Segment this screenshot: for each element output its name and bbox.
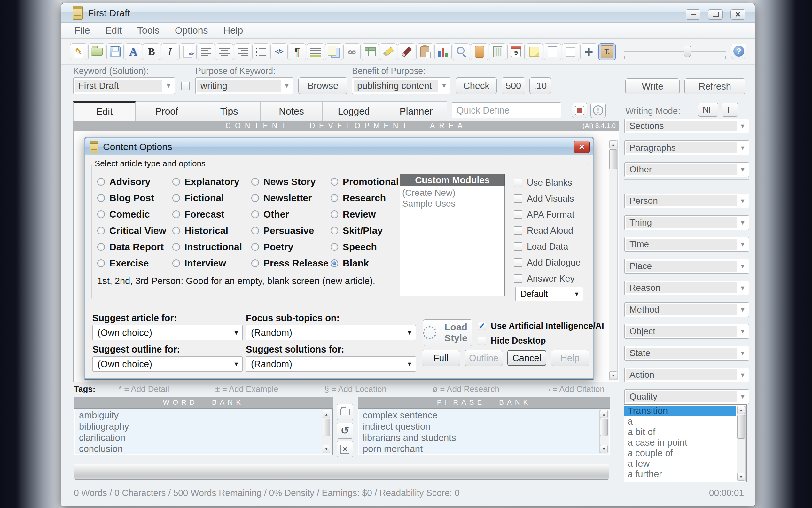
calendar-button[interactable] — [507, 43, 525, 60]
tab-tips[interactable]: Tips — [198, 101, 260, 121]
phrase-bank-list[interactable]: complex sentenceindirect questionlibrari… — [358, 408, 610, 455]
sidebar-combo-action[interactable]: Action — [624, 368, 749, 382]
search-button[interactable] — [453, 43, 470, 60]
keyword-checkbox[interactable] — [181, 82, 190, 90]
phrase-bank-item[interactable]: complex sentence — [359, 410, 610, 421]
mode-nf-button[interactable]: NF — [698, 103, 718, 117]
word-bank-scrollbar[interactable] — [322, 410, 331, 453]
paste-button[interactable] — [416, 43, 433, 60]
bullet-list-button[interactable] — [252, 43, 270, 60]
article-type-radio[interactable]: News Story — [251, 173, 329, 190]
dialog-button[interactable]: Cancel — [507, 350, 546, 366]
check-button[interactable]: Check — [456, 77, 497, 94]
close-button[interactable] — [730, 9, 745, 19]
zoom-slider-thumb[interactable] — [684, 46, 691, 57]
font-button[interactable] — [125, 43, 142, 60]
scroll-up-icon[interactable] — [737, 406, 745, 414]
sidebar-combo-thing[interactable]: Thing — [624, 215, 749, 230]
phrase-bank-item[interactable]: indirect question — [359, 421, 610, 432]
transition-item[interactable]: Transition — [624, 406, 736, 416]
article-type-radio[interactable]: Research — [331, 190, 399, 206]
option-load-data[interactable]: Load Data — [514, 239, 580, 255]
sidebar-combo-time[interactable]: Time — [624, 237, 749, 252]
word-bank-item[interactable]: bibliography — [75, 421, 332, 432]
italic-button[interactable] — [161, 43, 178, 60]
benefit-combobox[interactable]: publishing content — [352, 77, 450, 94]
transition-item[interactable]: a further — [624, 469, 736, 479]
sidebar-combo-state[interactable]: State — [624, 346, 749, 361]
sidebar-combo-quality[interactable]: Quality — [624, 389, 749, 404]
option-answer-key[interactable]: Answer Key — [514, 271, 580, 287]
word-bank-item[interactable]: conclusion — [75, 443, 332, 455]
open-folder-button[interactable] — [88, 43, 105, 60]
suggest-solutions-combobox[interactable]: (Random) — [246, 356, 416, 372]
article-type-radio[interactable]: Critical View — [97, 222, 166, 239]
article-type-radio[interactable]: Blank — [331, 255, 399, 271]
sidebar-combo-place[interactable]: Place — [624, 259, 749, 273]
article-type-radio[interactable]: Explanatory — [172, 173, 242, 190]
calculator-button[interactable] — [489, 43, 507, 60]
title-bar[interactable]: First Draft — [61, 3, 755, 23]
transition-item[interactable]: a couple of — [624, 448, 736, 458]
hide-desktop-checkbox[interactable]: Hide Desktop — [478, 336, 546, 346]
article-type-radio[interactable]: Instructional — [172, 239, 242, 255]
sidebar-combo-person[interactable]: Person — [624, 194, 749, 208]
sidebar-combo-other[interactable]: Other — [624, 162, 749, 177]
sidebar-combo-reason[interactable]: Reason — [624, 281, 749, 295]
keyword-combobox[interactable]: First Draft — [73, 77, 175, 94]
dialog-button[interactable]: Full — [422, 350, 460, 366]
quick-define-input[interactable] — [452, 102, 561, 118]
scroll-thumb[interactable] — [737, 415, 745, 438]
align-center-button[interactable] — [216, 43, 233, 60]
use-ai-checkbox[interactable]: Use Artificial Intelligence/AI — [478, 321, 604, 331]
menu-item[interactable]: Help — [216, 25, 251, 36]
copy-button[interactable] — [325, 43, 342, 60]
default-combobox[interactable]: Default — [515, 287, 583, 301]
open-bank-button[interactable] — [337, 404, 353, 420]
grid-table-button[interactable] — [562, 43, 579, 60]
menu-item[interactable]: File — [67, 25, 97, 36]
insert-plus-button[interactable] — [580, 43, 598, 60]
article-type-radio[interactable]: Review — [331, 206, 399, 222]
document-progress-bar[interactable] — [74, 464, 609, 479]
phrase-bank-item[interactable]: librarians and students — [359, 432, 610, 443]
align-right-button[interactable] — [234, 43, 251, 60]
article-type-radio[interactable]: Data Report — [97, 239, 166, 255]
transition-item[interactable]: a case in point — [624, 437, 736, 448]
article-type-radio[interactable]: Newsletter — [251, 190, 329, 206]
option-read-aloud[interactable]: Read Aloud — [514, 223, 580, 239]
dialog-close-button[interactable] — [574, 141, 590, 153]
save-button[interactable] — [106, 43, 124, 60]
article-type-radio[interactable]: Blog Post — [97, 190, 166, 206]
suggest-article-combobox[interactable]: (Own choice) — [92, 325, 243, 340]
tab-logged[interactable]: Logged — [323, 101, 385, 121]
tab-planner[interactable]: Planner — [385, 101, 447, 121]
scroll-down-icon[interactable] — [600, 445, 608, 453]
alert-button[interactable] — [590, 103, 606, 118]
dialog-title-bar[interactable]: Content Options — [85, 138, 593, 156]
mode-f-button[interactable]: F — [721, 103, 738, 117]
pilcrow-button[interactable] — [289, 43, 306, 60]
option-use-blanks[interactable]: Use Blanks — [514, 175, 580, 190]
transition-item[interactable]: a bit of — [624, 427, 736, 437]
article-type-radio[interactable]: Interview — [172, 255, 242, 271]
phrase-bank-item[interactable]: porn merchant — [359, 443, 610, 455]
suggest-outline-combobox[interactable]: (Own choice) — [92, 356, 243, 372]
article-type-radio[interactable]: Other — [251, 206, 329, 222]
scroll-up-icon[interactable] — [600, 410, 608, 418]
marker-button[interactable] — [398, 43, 415, 60]
scroll-down-icon[interactable] — [737, 473, 745, 481]
article-type-radio[interactable]: Historical — [172, 222, 242, 239]
custom-modules-list[interactable]: (Create New)Sample Uses — [400, 186, 505, 296]
load-style-button[interactable]: Load Style — [423, 319, 473, 346]
tab-notes[interactable]: Notes — [260, 101, 323, 121]
scroll-up-icon[interactable] — [609, 140, 617, 149]
scroll-thumb[interactable] — [323, 419, 330, 436]
notes-list-button[interactable] — [544, 43, 561, 60]
option-add-visuals[interactable]: Add Visuals — [514, 190, 580, 207]
write-button[interactable]: Write — [625, 78, 680, 94]
article-type-radio[interactable]: Exercise — [97, 255, 166, 271]
article-type-radio[interactable]: Skit/Play — [331, 222, 399, 239]
article-type-radio[interactable]: Advisory — [97, 173, 166, 190]
menu-item[interactable]: Edit — [97, 25, 130, 36]
